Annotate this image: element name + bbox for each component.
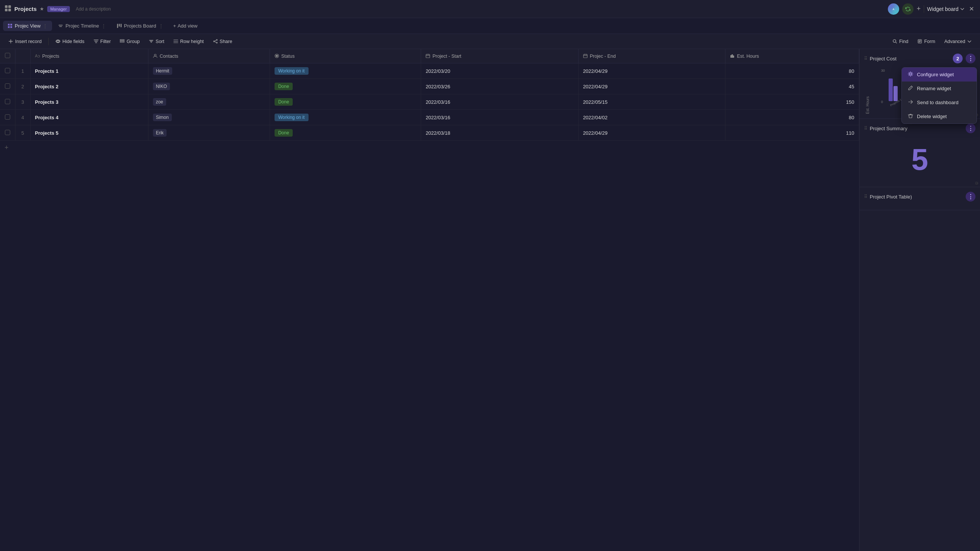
- find-button[interactable]: Find: [889, 37, 912, 46]
- plus-button[interactable]: +: [916, 5, 921, 13]
- row-hours: 45: [725, 79, 859, 94]
- filter-button[interactable]: Filter: [90, 37, 115, 46]
- add-description[interactable]: Add a description: [76, 6, 111, 12]
- row-end: 2022/04/29: [578, 79, 725, 94]
- grid-icon: [5, 5, 11, 13]
- main-layout: Aↄ Projects Contacts: [0, 49, 980, 551]
- y-axis-label: Est. Hours: [864, 67, 870, 114]
- dropdown-delete[interactable]: Delete widget: [902, 110, 977, 124]
- svg-rect-9: [10, 26, 12, 28]
- svg-rect-3: [8, 9, 11, 11]
- table-row: 3 Projects 3 zoe Done 2022/03/16 2022/05…: [0, 94, 859, 110]
- tab-projec-timeline[interactable]: Projec Timeline ⋮: [54, 21, 111, 31]
- send-icon: [908, 99, 913, 106]
- view-tabs-row: Projec View ⋮ Projec Timeline ⋮ Projects…: [0, 18, 980, 34]
- hide-fields-button[interactable]: Hide fields: [52, 37, 88, 46]
- svg-rect-17: [120, 41, 124, 43]
- row-start: 2022/03/18: [421, 125, 579, 141]
- share-button[interactable]: Share: [209, 37, 236, 46]
- th-project-start: Project - Start: [421, 49, 579, 64]
- row-project: Projects 4: [30, 110, 148, 125]
- status-badge: Working on it: [275, 114, 309, 121]
- summary-menu-button[interactable]: ⋮: [966, 124, 975, 133]
- settings-icon: [908, 71, 913, 78]
- row-hours: 80: [725, 110, 859, 125]
- end-col-icon: [583, 54, 588, 59]
- row-checkbox[interactable]: [5, 83, 10, 89]
- row-status: Working on it: [270, 110, 421, 125]
- row-project: Projects 1: [30, 64, 148, 79]
- row-contact: NIKO: [148, 79, 270, 94]
- project-summary-widget: ⠿ Project Summary ⋮ 5 ⋻: [859, 119, 980, 187]
- tab-projects-board[interactable]: Projects Board ⋮: [112, 21, 168, 31]
- svg-rect-26: [426, 54, 430, 58]
- group-button[interactable]: Group: [116, 37, 143, 46]
- start-col-icon: [426, 54, 430, 59]
- contacts-col-icon: [153, 54, 158, 59]
- table-row: 4 Projects 4 Simon Working on it 2022/03…: [0, 110, 859, 125]
- row-checkbox[interactable]: [5, 68, 10, 73]
- form-button[interactable]: Form: [913, 37, 939, 46]
- resize-handle-2[interactable]: ⋻: [975, 181, 978, 185]
- pivot-menu-button[interactable]: ⋮: [966, 192, 975, 202]
- row-contact: Hermit: [148, 64, 270, 79]
- project-summary-title: ⠿ Project Summary: [864, 125, 907, 131]
- row-checkbox-cell: [0, 125, 15, 141]
- timeline-tab-more[interactable]: ⋮: [101, 23, 106, 29]
- th-rownum: [15, 49, 30, 64]
- tab-more-icon[interactable]: ⋮: [43, 23, 48, 29]
- dropdown-rename[interactable]: Rename widget: [902, 81, 977, 95]
- row-num: 4: [15, 110, 30, 125]
- svg-rect-34: [889, 78, 893, 101]
- svg-point-15: [57, 40, 59, 43]
- row-checkbox[interactable]: [5, 99, 10, 104]
- dropdown-configure[interactable]: Configure widget: [902, 68, 977, 81]
- dropdown-send[interactable]: Send to dashboard: [902, 95, 977, 110]
- table-header-row: Aↄ Projects Contacts: [0, 49, 859, 64]
- widget-menu-button[interactable]: ⋮: [966, 54, 975, 64]
- row-contact: Simon: [148, 110, 270, 125]
- refresh-button[interactable]: [902, 3, 913, 15]
- board-tab-more[interactable]: ⋮: [159, 23, 164, 29]
- widget-num-badge: 2: [953, 54, 963, 64]
- projects-col-icon: Aↄ: [35, 54, 40, 59]
- th-contacts: Contacts: [148, 49, 270, 64]
- manager-badge: Manager: [47, 6, 70, 12]
- svg-rect-8: [8, 26, 10, 28]
- svg-point-18: [216, 39, 217, 40]
- row-end: 2022/04/02: [578, 110, 725, 125]
- add-view-button[interactable]: + Add view: [170, 21, 201, 31]
- right-sidebar: ⠿ Project Cost 2 ⋮ Configure widget: [859, 49, 980, 551]
- contact-chip: Simon: [153, 114, 172, 121]
- drag-icon-2: ⠿: [864, 125, 867, 131]
- add-row-button[interactable]: +: [0, 141, 859, 155]
- row-checkbox[interactable]: [5, 114, 10, 120]
- project-pivot-title: ⠿ Project Pivot Table): [864, 194, 912, 200]
- star-icon[interactable]: ★: [40, 6, 44, 12]
- big-number-display: 5: [864, 137, 975, 182]
- svg-point-20: [216, 42, 217, 43]
- row-checkbox-cell: [0, 110, 15, 125]
- status-badge: Done: [275, 129, 293, 137]
- select-all-checkbox[interactable]: [5, 53, 10, 58]
- row-height-button[interactable]: Row height: [170, 37, 208, 46]
- row-num: 5: [15, 125, 30, 141]
- svg-rect-0: [5, 5, 8, 8]
- row-status: Done: [270, 79, 421, 94]
- row-end: 2022/04/29: [578, 125, 725, 141]
- advanced-button[interactable]: Advanced: [940, 37, 975, 46]
- table-area: Aↄ Projects Contacts: [0, 49, 859, 551]
- svg-rect-12: [117, 24, 118, 28]
- tab-projec-view[interactable]: Projec View ⋮: [3, 21, 52, 31]
- close-button[interactable]: ✕: [967, 4, 975, 14]
- row-checkbox[interactable]: [5, 130, 10, 135]
- hours-col-icon: [730, 54, 735, 59]
- table-row: 1 Projects 1 Hermit Working on it 2022/0…: [0, 64, 859, 79]
- sort-button[interactable]: Sort: [145, 37, 168, 46]
- toolbar-right: Find Form Advanced: [889, 37, 975, 46]
- svg-point-23: [154, 54, 156, 56]
- row-status: Done: [270, 94, 421, 110]
- svg-text:A: A: [893, 7, 895, 11]
- svg-rect-11: [59, 26, 62, 27]
- insert-record-button[interactable]: Insert record: [5, 37, 45, 46]
